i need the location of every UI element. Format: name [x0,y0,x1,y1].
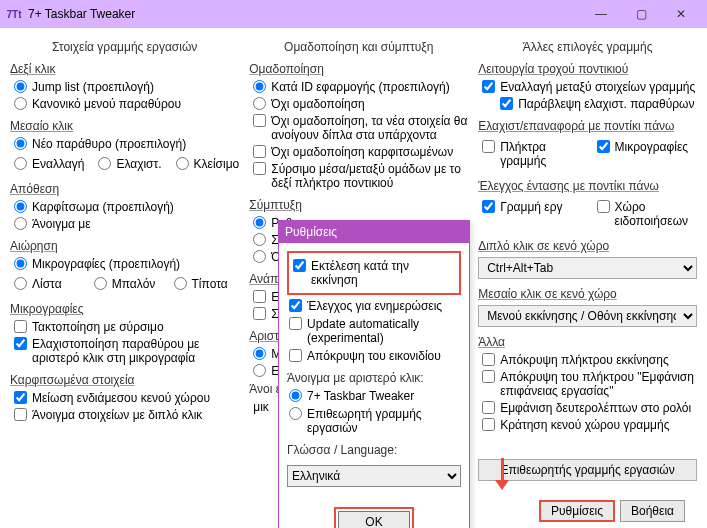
chk-opendbl[interactable] [14,408,27,421]
chk-newnext[interactable] [253,114,266,127]
chk-seconds[interactable] [482,401,495,414]
help-button[interactable]: Βοήθεια [620,500,685,522]
radio-c1[interactable] [253,216,266,229]
chk-dragdrop[interactable] [14,320,27,333]
section-grouping: Ομαδοποίηση [249,62,468,76]
chk-autoupd[interactable] [289,317,302,330]
label-tthumbs: Μικρογραφίες [615,140,697,154]
label-pin: Καρφίτσωμα (προεπιλογή) [32,200,239,214]
titlebar: 7Tt 7+ Taskbar Tweaker — ▢ ✕ [0,0,707,28]
label-jumplist: Jump list (προεπιλογή) [32,80,239,94]
chk-cycle[interactable] [482,80,495,93]
radio-nothing[interactable] [174,277,187,290]
maximize-button[interactable]: ▢ [621,3,661,25]
label-min: Ελαχιστ. [116,157,161,171]
section-other: Άλλα [478,335,697,349]
chk-tray[interactable] [597,200,610,213]
label-nogrouppin: Όχι ομαδοποίηση καρφιτσωμένων [271,145,468,159]
section-hover: Αιώρηση [10,239,239,253]
select-language[interactable]: Ελληνικά [287,465,461,487]
section-double: Διπλό κλικ σε κενό χώρο [478,239,697,253]
label-tray: Χώρο ειδοποιήσεων [615,200,697,228]
chk-checkupd[interactable] [289,299,302,312]
window-title: 7+ Taskbar Tweaker [28,7,581,21]
label-openleft: Άνοιγμα με αριστερό κλικ: [287,371,461,385]
label-reducegap: Μείωση ενδιάμεσου κενού χώρου [32,391,239,405]
chk-hidestart[interactable] [482,353,495,366]
bottom-buttons: Ρυθμίσεις Βοήθεια [539,500,685,522]
chk-reserve[interactable] [482,418,495,431]
radio-newwin[interactable] [14,137,27,150]
chk-hideicon[interactable] [289,349,302,362]
select-double[interactable]: Ctrl+Alt+Tab [478,257,697,279]
chk-skipmin[interactable] [500,97,513,110]
radio-thumbs[interactable] [14,257,27,270]
close-button[interactable]: ✕ [661,3,701,25]
radio-openwith[interactable] [14,217,27,230]
chk-hideshowdesk[interactable] [482,370,495,383]
chk-nogrouppin[interactable] [253,145,266,158]
label-lang: Γλώσσα / Language: [287,443,461,457]
label-taskbar: Γραμμή εργ [500,200,582,214]
select-middle[interactable]: Μενού εκκίνησης / Οθόνη εκκίνησης [478,305,697,327]
label-autoupd: Update automatically (experimental) [307,317,461,345]
section-middlee: Μεσαίο κλικ σε κενό χώρο [478,287,697,301]
inspector-button[interactable]: Επιθεωρητής γραμμής εργασιών [478,459,697,481]
chk-w2[interactable] [253,307,266,320]
label-thumbs: Μικρογραφίες (προεπιλογή) [32,257,239,271]
col-left: Στοιχεία γραμμής εργασιών Δεξί κλικ Jump… [10,40,239,481]
label-openwith: Άνοιγμα με [32,217,239,231]
radio-c3[interactable] [253,250,266,263]
label-dragright: Σύρσιμο μέσα/μεταξύ ομάδων με το δεξί πλ… [271,162,468,190]
label-stdmenu: Κανονικό μενού παραθύρου [32,97,239,111]
ok-button[interactable]: OK [338,511,410,528]
chk-dragright[interactable] [253,162,266,175]
chk-tthumbs[interactable] [597,140,610,153]
label-close: Κλείσιμο [194,157,240,171]
dialog-body: Εκτέλεση κατά την εκκίνηση Έλεγχος για ε… [279,243,469,499]
radio-balloon[interactable] [94,277,107,290]
radio-switch[interactable] [14,157,27,170]
col-right-title: Άλλες επιλογές γραμμής [478,40,697,54]
radio-min[interactable] [98,157,111,170]
dialog-title: Ρυθμίσεις [279,221,469,243]
highlight-arrow-icon [495,458,509,490]
radio-stdmenu[interactable] [14,97,27,110]
radio-l2[interactable] [253,364,266,377]
label-byappid: Κατά ID εφαρμογής (προεπιλογή) [271,80,468,94]
label-startup: Εκτέλεση κατά την εκκίνηση [311,259,457,287]
chk-reducegap[interactable] [14,391,27,404]
label-skipmin: Παράβλεψη ελαχιστ. παραθύρων [518,97,697,111]
radio-list[interactable] [14,277,27,290]
settings-button[interactable]: Ρυθμίσεις [539,500,615,522]
radio-close[interactable] [176,157,189,170]
section-combine: Σύμπτυξη [249,198,468,212]
dialog-footer: OK [279,499,469,528]
section-wheel: Λειτουργία τροχού ποντικιού [478,62,697,76]
chk-btns[interactable] [482,140,495,153]
radio-nogroup[interactable] [253,97,266,110]
chk-w1[interactable] [253,290,266,303]
chk-taskbar[interactable] [482,200,495,213]
label-seconds: Εμφάνιση δευτερολέπτων στο ρολόι [500,401,697,415]
radio-jumplist[interactable] [14,80,27,93]
label-switch: Εναλλαγή [32,157,84,171]
label-cycle: Εναλλαγή μεταξύ στοιχείων γραμμής [500,80,697,94]
radio-pin[interactable] [14,200,27,213]
section-vol: Έλεγχος έντασης με ποντίκι πάνω [478,179,697,193]
label-dragdrop: Τακτοποίηση με σύρσιμο [32,320,239,334]
label-newwin: Νέο παράθυρο (προεπιλογή) [32,137,239,151]
highlight-startup: Εκτέλεση κατά την εκκίνηση [287,251,461,295]
radio-inspector[interactable] [289,407,302,420]
col-right: Άλλες επιλογές γραμμής Λειτουργία τροχού… [478,40,697,481]
radio-l1[interactable] [253,347,266,360]
minimize-button[interactable]: — [581,3,621,25]
radio-tweaker[interactable] [289,389,302,402]
label-opendbl: Άνοιγμα στοιχείων με διπλό κλικ [32,408,239,422]
section-drop: Απόθεση [10,182,239,196]
radio-c2[interactable] [253,233,266,246]
radio-byappid[interactable] [253,80,266,93]
chk-leftminthumb[interactable] [14,337,27,350]
chk-startup[interactable] [293,259,306,272]
col-left-title: Στοιχεία γραμμής εργασιών [10,40,239,54]
